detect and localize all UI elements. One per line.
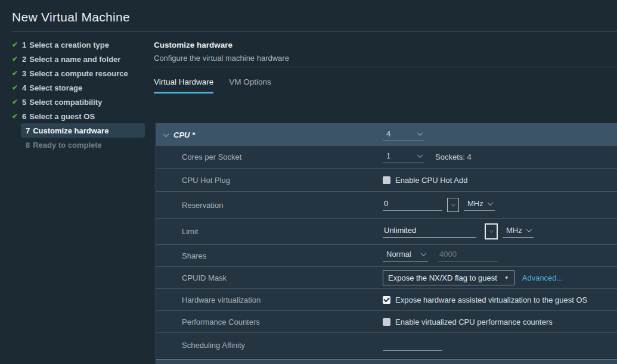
cpu-count-cell: 4 [383, 128, 617, 141]
shares-amount-input [438, 250, 498, 262]
cpuid-mask-select[interactable]: Expose the NX/XD flag to guest ▼ [383, 270, 514, 285]
reservation-label: Reservation [156, 201, 383, 210]
hardware-tabs: Virtual Hardware VM Options [154, 77, 271, 94]
performance-counters-label: Performance Counters [156, 318, 383, 326]
cores-per-socket-value: 1 [386, 151, 390, 160]
limit-dropdown-button[interactable] [485, 223, 498, 239]
hardware-virtualization-checkbox-label: Expose hardware assisted virtualization … [395, 295, 587, 304]
cpuid-mask-value: Expose the NX/XD flag to guest [388, 273, 497, 282]
caret-down-icon: ▼ [504, 275, 509, 281]
step-label: Select a name and folder [29, 55, 120, 64]
row-shares: Shares Normal [156, 245, 617, 267]
step-select-name-folder[interactable]: ✔ 2 Select a name and folder [0, 52, 154, 66]
chevron-down-icon [417, 152, 423, 158]
step-number: 2 [22, 55, 26, 64]
row-cores-per-socket: Cores per Socket 1 Sockets: 4 [156, 146, 617, 169]
performance-counters-checkbox-label: Enable virtualized CPU performance count… [395, 318, 553, 326]
tab-virtual-hardware[interactable]: Virtual Hardware [154, 77, 213, 94]
new-vm-wizard-window: New Virtual Machine ✔ 1 Select a creatio… [0, 0, 617, 364]
step-label: Select a creation type [29, 41, 109, 49]
step-complete-check-icon: ✔ [12, 113, 22, 120]
step-number: 8 [26, 141, 30, 150]
page-title: New Virtual Machine [12, 10, 130, 24]
cpu-hot-plug-label: CPU Hot Plug [156, 176, 383, 185]
chevron-down-icon [488, 200, 494, 206]
cores-per-socket-dropdown[interactable]: 1 [383, 151, 424, 163]
wizard-steps: ✔ 1 Select a creation type ✔ 2 Select a … [0, 38, 154, 152]
cpu-count-value: 4 [386, 129, 390, 138]
row-scheduling-affinity: Scheduling Affinity [156, 333, 617, 357]
limit-label: Limit [156, 227, 383, 236]
cpu-section-label: CPU * [173, 130, 195, 139]
title-divider [12, 31, 617, 32]
cpu-hot-add-checkbox[interactable] [383, 176, 390, 184]
cpu-hot-add-checkbox-label: Enable CPU Hot Add [395, 176, 467, 185]
shares-level-dropdown[interactable]: Normal [383, 250, 428, 262]
step-label: Customize hardware [33, 126, 108, 135]
step-number: 4 [22, 83, 26, 92]
chevron-down-icon[interactable] [163, 131, 169, 137]
row-hardware-virtualization: Hardware virtualization Expose hardware … [156, 289, 617, 311]
row-reservation: Reservation MHz [156, 192, 617, 219]
step-number: 6 [22, 112, 26, 121]
scheduling-affinity-input[interactable] [383, 339, 442, 351]
step-select-creation-type[interactable]: ✔ 1 Select a creation type [0, 38, 154, 52]
shares-level-value: Normal [386, 250, 411, 259]
sockets-count-text: Sockets: 4 [435, 153, 472, 161]
chevron-down-icon [421, 250, 427, 256]
step-label: Select compatibility [29, 98, 102, 107]
limit-unit-dropdown[interactable]: MHz [503, 226, 534, 238]
content-title: Customize hardware [154, 41, 232, 49]
step-complete-check-icon: ✔ [12, 55, 22, 63]
chevron-down-icon [526, 226, 532, 232]
step-select-guest-os[interactable]: ✔ 6 Select a guest OS [0, 109, 154, 123]
reservation-unit-dropdown[interactable]: MHz [464, 199, 495, 211]
row-limit: Limit MHz [156, 219, 617, 245]
limit-input[interactable] [383, 226, 476, 238]
next-section-header-sliver [156, 359, 617, 364]
step-label: Select a compute resource [29, 69, 128, 78]
cpuid-mask-label: CPUID Mask [156, 273, 383, 282]
content-divider [154, 67, 617, 67]
step-ready-to-complete[interactable]: 8 Ready to complete [0, 138, 154, 152]
reservation-dropdown-button[interactable] [447, 198, 459, 212]
step-complete-check-icon: ✔ [12, 98, 22, 105]
row-performance-counters: Performance Counters Enable virtualized … [156, 311, 617, 333]
step-label: Select storage [29, 83, 82, 92]
chevron-down-icon [417, 130, 423, 136]
step-number: 5 [22, 98, 26, 107]
performance-counters-checkbox[interactable] [383, 318, 390, 326]
cpu-count-dropdown[interactable]: 4 [383, 129, 424, 141]
cpuid-advanced-link[interactable]: Advanced... [522, 273, 563, 282]
step-label: Ready to complete [33, 141, 102, 150]
step-complete-check-icon: ✔ [12, 84, 22, 91]
chevron-down-icon [451, 202, 455, 206]
content-panel: Customize hardware Configure the virtual… [154, 37, 617, 364]
step-complete-check-icon: ✔ [12, 41, 22, 48]
cpu-section-label-cell: CPU * [156, 130, 383, 139]
scheduling-affinity-label: Scheduling Affinity [156, 341, 383, 350]
cpu-section-header[interactable]: CPU * 4 [156, 124, 617, 146]
chevron-down-icon [489, 229, 493, 233]
shares-label: Shares [156, 251, 383, 260]
cores-per-socket-label: Cores per Socket [156, 153, 383, 161]
step-number: 1 [22, 41, 26, 49]
step-label: Select a guest OS [29, 112, 95, 121]
content-subtitle: Configure the virtual machine hardware [154, 54, 289, 63]
virtual-hardware-table: CPU * 4 Cores per Socket 1 Soc [156, 123, 617, 364]
row-cpuid-mask: CPUID Mask Expose the NX/XD flag to gues… [156, 267, 617, 289]
step-select-compute-resource[interactable]: ✔ 3 Select a compute resource [0, 66, 154, 80]
tab-vm-options[interactable]: VM Options [229, 77, 271, 94]
hardware-virtualization-label: Hardware virtualization [156, 295, 383, 304]
reservation-input[interactable] [383, 199, 442, 211]
step-select-compatibility[interactable]: ✔ 5 Select compatibility [0, 95, 154, 109]
reservation-unit-value: MHz [467, 199, 483, 208]
step-number: 3 [22, 69, 26, 78]
step-complete-check-icon: ✔ [12, 70, 22, 77]
step-customize-hardware-active[interactable]: 7 Customize hardware [21, 123, 145, 138]
row-cpu-hot-plug: CPU Hot Plug Enable CPU Hot Add [156, 169, 617, 192]
step-select-storage[interactable]: ✔ 4 Select storage [0, 80, 154, 95]
step-number: 7 [26, 126, 30, 135]
hardware-virtualization-checkbox[interactable] [383, 296, 390, 304]
limit-unit-value: MHz [506, 226, 522, 235]
